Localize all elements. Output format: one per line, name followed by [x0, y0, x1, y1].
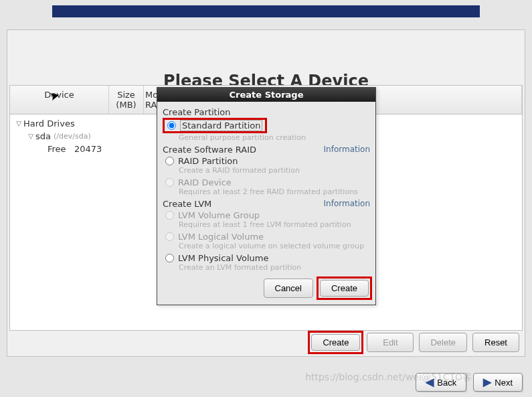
radio-raid-device: RAID Device: [163, 176, 370, 187]
highlight-dialog-create: Create: [319, 279, 370, 298]
radio-lvm-vg-desc: Requires at least 1 free LVM formated pa…: [163, 220, 370, 229]
radio-standard-partition-desc: General purpose partition creation: [163, 133, 370, 142]
tree-label: Free: [48, 144, 66, 154]
create-storage-dialog: Create Storage Create Partition Standard…: [157, 87, 376, 305]
radio-lvm-lv-input: [165, 232, 174, 241]
highlight-standard-partition: Standard Partition: [163, 118, 267, 133]
radio-raid-device-label: RAID Device: [178, 177, 232, 187]
next-label: Next: [495, 378, 513, 388]
col-size[interactable]: Size (MB): [109, 86, 144, 114]
radio-raid-partition-desc: Create a RAID formated partition: [163, 166, 370, 175]
section-create-partition: Create Partition: [163, 107, 370, 117]
panel-button-row: Create Edit Delete Reset: [310, 333, 519, 352]
radio-lvm-vg-input: [165, 211, 174, 220]
next-arrow-icon: ▶: [483, 377, 491, 388]
radio-lvm-pv-input[interactable]: [165, 254, 174, 262]
radio-standard-partition-label: Standard Partition: [180, 120, 262, 131]
radio-lvm-pv-label: LVM Physical Volume: [178, 253, 268, 263]
radio-raid-partition[interactable]: RAID Partition: [163, 155, 370, 166]
radio-raid-device-desc: Requires at least 2 free RAID formated p…: [163, 187, 370, 196]
lvm-info-link[interactable]: Information: [324, 199, 370, 209]
radio-lvm-vg-label: LVM Volume Group: [178, 210, 260, 220]
dialog-title: Create Storage: [157, 88, 375, 102]
raid-info-link[interactable]: Information: [324, 145, 370, 155]
reset-button[interactable]: Reset: [472, 333, 519, 352]
radio-raid-partition-label: RAID Partition: [178, 156, 238, 166]
section-create-lvm: Create LVM Information: [163, 199, 370, 209]
next-button[interactable]: ▶ Next: [473, 373, 523, 392]
radio-standard-partition[interactable]: Standard Partition: [167, 120, 262, 131]
free-size: 20473: [74, 144, 102, 154]
tree-path: (/dev/sda): [54, 132, 91, 141]
dialog-body: Create Partition Standard Partition Gene…: [157, 102, 375, 305]
expand-icon[interactable]: ▽: [26, 133, 35, 140]
tree-label: Hard Drives: [23, 118, 75, 129]
delete-button: Delete: [419, 333, 467, 352]
highlight-create-main: Create: [310, 333, 361, 352]
expand-icon[interactable]: ▽: [14, 120, 23, 127]
radio-lvm-lv-label: LVM Logical Volume: [178, 232, 264, 242]
radio-raid-device-input: [165, 178, 174, 187]
radio-lvm-pv[interactable]: LVM Physical Volume: [163, 252, 370, 263]
radio-lvm-pv-desc: Create an LVM formated partition: [163, 263, 370, 272]
dialog-button-row: Cancel Create: [163, 273, 370, 298]
section-create-raid: Create Software RAID Information: [163, 145, 370, 155]
col-device[interactable]: Device: [10, 86, 109, 114]
radio-lvm-lv-desc: Create a logical volume on selected volu…: [163, 242, 370, 250]
top-header-bar: [52, 5, 480, 17]
radio-lvm-vg: LVM Volume Group: [163, 209, 370, 220]
radio-lvm-lv: LVM Logical Volume: [163, 230, 370, 242]
radio-standard-partition-input[interactable]: [167, 121, 176, 130]
radio-raid-partition-input[interactable]: [165, 157, 174, 165]
edit-button: Edit: [367, 333, 414, 352]
watermark: https://blog.csdn.net/wei@51CTO客: [305, 372, 472, 384]
create-button[interactable]: Create: [311, 334, 360, 351]
tree-label: sda: [35, 131, 51, 141]
cancel-button[interactable]: Cancel: [264, 279, 313, 298]
dialog-create-button[interactable]: Create: [320, 280, 369, 297]
